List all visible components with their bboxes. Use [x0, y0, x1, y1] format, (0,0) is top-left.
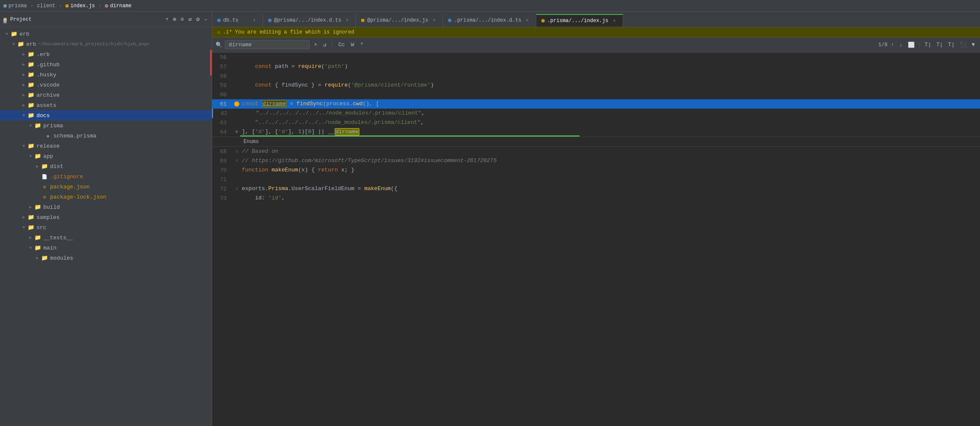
title-breadcrumb-dirname[interactable]: dirname [105, 3, 131, 9]
code-lines: 56 57 const path = require('path') 58 [212, 53, 980, 203]
title-breadcrumb-prisma[interactable]: prisma [3, 3, 27, 9]
tree-item-dist[interactable]: 📁 dist [0, 161, 212, 171]
tree-item-app[interactable]: 📁 app [0, 151, 212, 161]
search-refresh-btn[interactable]: ↺ [322, 41, 328, 49]
line-fold-57 [233, 62, 240, 71]
collapse-all-icon[interactable]: ≡ [179, 15, 185, 24]
expand-all-icon[interactable]: ⇄ [188, 15, 193, 24]
title-bar: prisma › client › index.js › dirname [0, 0, 980, 12]
settings-icon[interactable]: ⚙ [195, 15, 200, 24]
red-scroll-marker [210, 50, 212, 76]
search-in-file-btn[interactable]: ⬜ [906, 41, 916, 49]
tab-dotprisma-index-d-ts[interactable]: .prisma/.../index.d.ts × [443, 14, 536, 27]
line-num-64: 64 [212, 127, 233, 137]
tab-prisma-index-d-ts-1[interactable]: @prisma/.../index.d.ts × [263, 14, 356, 27]
tree-item-husky[interactable]: 📁 .husky [0, 70, 212, 80]
tree-arrow-app [27, 154, 34, 159]
tab-db-ts[interactable]: db.ts × [212, 14, 263, 27]
search-match-case-btn[interactable]: T| [923, 41, 933, 49]
tree-item-vscode[interactable]: 📁 .vscode [0, 80, 212, 90]
search-whole-word-btn[interactable]: T| [935, 41, 945, 49]
tab-close-index-js-1[interactable]: × [431, 17, 437, 24]
title-breadcrumb-client[interactable]: client [37, 3, 55, 9]
code-line-60: 60 [212, 90, 980, 99]
tab-close-dotprisma-d-ts[interactable]: × [524, 17, 531, 24]
tree-item-samples[interactable]: 📁 samples [0, 212, 212, 222]
tree-item-tests[interactable]: 📁 __tests__ [0, 233, 212, 243]
tree-arrow-tests [27, 235, 34, 240]
line-fold-71 [233, 175, 240, 184]
warning-icon: ⚠ [217, 29, 220, 35]
tree-label-erb: .erb [36, 51, 50, 58]
code-editor[interactable]: 56 57 const path = require('path') 58 [212, 53, 980, 426]
tree-item-modules[interactable]: 📁 modules [0, 253, 212, 263]
title-breadcrumb-indexjs[interactable]: index.js [65, 3, 95, 9]
line-fold-64: ▽ [233, 127, 240, 137]
tree-item-package-json[interactable]: ⚙ package.json [0, 182, 212, 192]
tree-label-dist: dist [50, 163, 63, 170]
tree-item-assets[interactable]: 📁 assets [0, 100, 212, 110]
line-num-58: 58 [212, 71, 233, 81]
line-fold-68: ▽ [233, 147, 240, 156]
line-content-73: id: 'id', [240, 193, 980, 203]
code-line-69: 69 ▽ // https://github.com/microsoft/Typ… [212, 156, 980, 165]
folder-icon-erb-root: 📁 [10, 31, 18, 37]
code-line-63: 63 "../../../../../../../node_modules/.p… [212, 118, 980, 127]
tree-arrow-erb-root [3, 32, 10, 36]
tab-close-db-ts[interactable]: × [251, 17, 258, 24]
tree-item-build[interactable]: 📁 build [0, 202, 212, 212]
tree-arrow-samples [20, 215, 27, 220]
search-filter-btn[interactable]: ▼ [970, 41, 977, 49]
folder-icon-vscode: 📁 [27, 81, 35, 88]
tab-close-index-d-ts-1[interactable]: × [344, 17, 350, 24]
tree-item-erb-root[interactable]: 📁 erb [0, 29, 212, 39]
minimize-icon[interactable]: – [203, 15, 208, 24]
search-btn-3[interactable]: T| [946, 41, 957, 49]
tree-item-prisma[interactable]: 📁 prisma [0, 121, 212, 131]
tree-item-release[interactable]: 📁 release [0, 141, 212, 151]
tab-dotprisma-index-js[interactable]: .prisma/.../index.js × [536, 14, 623, 27]
search-word-btn[interactable]: W [349, 41, 356, 49]
editor-area: db.ts × @prisma/.../index.d.ts × @prisma… [212, 12, 980, 426]
tab-close-dotprisma-js[interactable]: × [611, 17, 618, 24]
tree-label-samples: samples [36, 214, 60, 221]
tree-item-erb-sub[interactable]: 📁 erb ~/Documents/mark_projects/hjxh/hjx… [0, 39, 212, 49]
tree-item-src[interactable]: 📁 src [0, 222, 212, 233]
tree-arrow-vscode [20, 82, 27, 87]
tree-arrow-erb [20, 52, 27, 57]
search-clear-btn[interactable]: × [312, 41, 319, 49]
sync-icon[interactable]: ⊕ [172, 15, 177, 24]
line-content-57: const path = require('path') [240, 62, 980, 71]
line-content-71 [240, 175, 980, 184]
code-line-70: 70 function makeEnum(x) { return x; } [212, 165, 980, 175]
tree-item-package-lock[interactable]: ⚙ package-lock.json [0, 192, 212, 202]
search-block-btn[interactable]: ⬛ [958, 41, 968, 49]
search-prev-btn[interactable]: ↑ [889, 41, 896, 49]
line-fold-59 [233, 81, 240, 90]
tree-item-docs[interactable]: 📁 docs [0, 110, 212, 121]
line-num-60: 60 [212, 90, 233, 99]
tree-item-main[interactable]: 📁 main [0, 243, 212, 253]
folder-icon-docs: 📁 [27, 112, 35, 119]
search-input[interactable] [225, 40, 310, 49]
search-regex-btn[interactable]: * [358, 41, 365, 49]
tree-item-erb-folder[interactable]: 📁 .erb [0, 49, 212, 59]
tree-item-schema[interactable]: ◆ schema.prisma [0, 131, 212, 141]
orange-breakpoint-dot [234, 101, 239, 106]
tab-icon-db-ts [217, 19, 221, 22]
code-line-64: 64 ▽ ], ['d'], ['d'], 1)[0] || __dirname [212, 127, 980, 137]
sidebar-dropdown-arrow[interactable]: ▼ [166, 17, 168, 22]
search-next-btn[interactable]: ↓ [898, 41, 904, 49]
file-tree: 📁 erb 📁 erb ~/Documents/mark_projects/hj… [0, 27, 212, 426]
prisma-dot [3, 4, 7, 8]
tree-item-archive[interactable]: 📁 archive [0, 90, 212, 100]
search-case-btn[interactable]: Cc [336, 41, 347, 49]
folder-icon-archive: 📁 [27, 92, 35, 98]
tab-prisma-index-js-1[interactable]: @prisma/.../index.js × [356, 14, 443, 27]
tree-item-gitignore[interactable]: 📄 .gitignore [0, 171, 212, 182]
tree-arrow-github [20, 62, 27, 67]
prisma-file-icon: ◆ [44, 133, 52, 139]
line-content-59: const { findSync } = require('@prisma/cl… [240, 81, 980, 90]
tree-item-github[interactable]: 📁 .github [0, 59, 212, 70]
json-file-icon: ⚙ [41, 184, 48, 190]
